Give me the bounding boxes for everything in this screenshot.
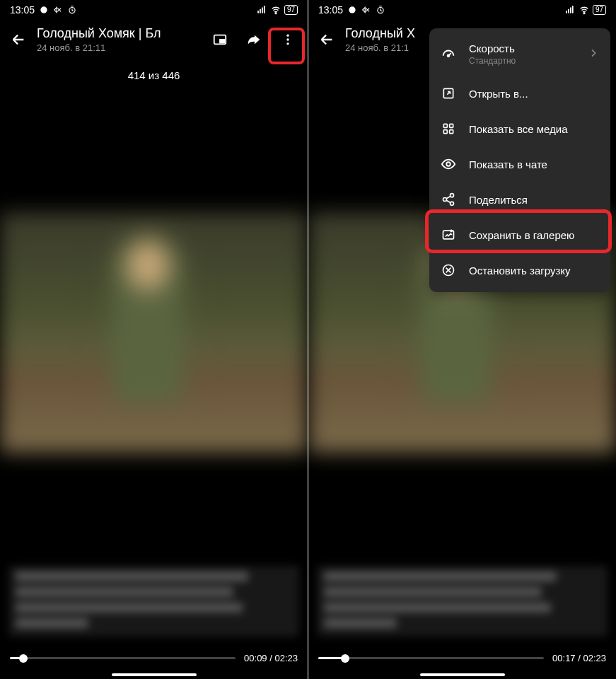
svg-point-0	[40, 6, 47, 13]
svg-point-11	[286, 42, 289, 45]
menu-share[interactable]: Поделиться	[429, 182, 610, 217]
grid-icon	[441, 121, 456, 137]
video-progress-bar[interactable]: 00:17 / 02:23	[318, 653, 606, 663]
svg-point-27	[443, 198, 447, 202]
wifi-icon	[579, 5, 590, 15]
pip-button[interactable]	[210, 30, 230, 50]
status-time: 13:05	[10, 4, 35, 16]
menu-label: Скорость Стандартно	[469, 42, 575, 66]
media-counter: 414 из 446	[0, 59, 308, 91]
menu-speed[interactable]: Скорость Стандартно	[429, 33, 610, 76]
back-button[interactable]	[318, 31, 335, 48]
mute-icon	[53, 5, 63, 15]
battery-icon: 97	[284, 5, 298, 15]
menu-show-all-media[interactable]: Показать все медиа	[429, 111, 610, 146]
svg-rect-21	[443, 124, 447, 127]
menu-label: Сохранить в галерею	[469, 229, 599, 241]
svg-point-19	[448, 54, 450, 57]
svg-rect-3	[260, 9, 261, 13]
menu-label: Открыть в...	[469, 88, 599, 100]
svg-point-6	[275, 13, 277, 14]
header: Голодный Хомяк | Бл 24 нояб. в 21:11	[0, 20, 308, 59]
video-caption	[317, 566, 608, 637]
menu-show-in-chat[interactable]: Показать в чате	[429, 146, 610, 182]
menu-save-gallery[interactable]: Сохранить в галерею	[429, 217, 610, 253]
svg-rect-24	[450, 130, 453, 134]
svg-rect-22	[450, 124, 453, 127]
wifi-icon	[270, 5, 281, 15]
video-caption	[8, 566, 299, 637]
share-icon	[441, 192, 456, 207]
svg-rect-16	[570, 8, 571, 13]
eye-icon	[441, 156, 456, 172]
back-button[interactable]	[10, 31, 27, 48]
media-date: 24 нояб. в 21:11	[37, 42, 200, 53]
svg-rect-14	[566, 11, 567, 13]
video-player[interactable]	[0, 212, 308, 453]
svg-point-10	[286, 38, 289, 40]
progress-time: 00:17 / 02:23	[552, 653, 606, 663]
signal-icon	[256, 5, 267, 15]
battery-icon: 97	[593, 5, 606, 15]
timer-icon	[376, 5, 385, 15]
menu-label: Поделиться	[469, 194, 599, 206]
svg-point-25	[446, 162, 451, 166]
nav-handle[interactable]	[112, 673, 197, 676]
svg-rect-8	[220, 40, 224, 43]
status-bar: 13:05 97	[308, 0, 616, 20]
svg-rect-2	[257, 11, 259, 13]
svg-rect-15	[568, 9, 569, 13]
svg-point-28	[451, 202, 454, 205]
status-bar: 13:05 97	[0, 0, 308, 20]
menu-label: Показать все медиа	[469, 123, 599, 135]
notif-icon	[347, 5, 357, 15]
phone-screen-right: 13:05 97 Голодный Х 24 нояб. в 21:1	[308, 0, 616, 679]
svg-rect-4	[262, 8, 263, 13]
chevron-right-icon	[588, 47, 599, 62]
mute-icon	[361, 5, 371, 15]
svg-rect-17	[572, 6, 574, 13]
chat-title: Голодный Хомяк | Бл	[37, 26, 200, 41]
phone-screen-left: 13:05 97 Голодный Хомяк | Бл 24 нояб. в …	[0, 0, 308, 679]
timer-icon	[67, 5, 77, 15]
svg-point-9	[286, 35, 289, 37]
svg-point-18	[583, 13, 585, 14]
options-menu: Скорость Стандартно Открыть в... Показат…	[429, 28, 610, 292]
status-time: 13:05	[318, 4, 343, 16]
nav-handle[interactable]	[420, 673, 505, 676]
menu-stop-download[interactable]: Остановить загрузку	[429, 253, 610, 288]
forward-button[interactable]	[244, 30, 264, 50]
svg-point-12	[349, 6, 355, 13]
open-external-icon	[441, 86, 456, 101]
speed-icon	[441, 47, 456, 62]
svg-point-26	[451, 194, 454, 197]
svg-rect-5	[264, 6, 265, 13]
signal-icon	[564, 5, 576, 15]
svg-rect-23	[443, 130, 447, 134]
image-download-icon	[441, 227, 456, 243]
menu-label: Остановить загрузку	[469, 265, 599, 277]
menu-label: Показать в чате	[469, 158, 599, 170]
video-progress-bar[interactable]: 00:09 / 02:23	[10, 653, 298, 663]
progress-time: 00:09 / 02:23	[244, 653, 298, 663]
menu-open-in[interactable]: Открыть в...	[429, 76, 610, 111]
title-block: Голодный Хомяк | Бл 24 нояб. в 21:11	[37, 26, 200, 53]
notif-icon	[39, 5, 49, 15]
more-button[interactable]	[278, 30, 298, 50]
cancel-icon	[441, 262, 456, 278]
